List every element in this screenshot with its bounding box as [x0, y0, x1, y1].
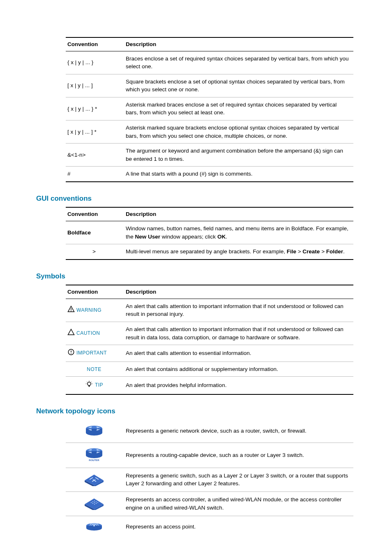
- table-row: Represents an access controller, a unifi…: [66, 492, 353, 516]
- svg-point-22: [94, 501, 95, 501]
- col-convention: Convention: [66, 285, 124, 299]
- table-row: Boldface Window names, button names, fie…: [66, 221, 353, 244]
- table-row: [ x | y | ... ] *Asterisk marked square …: [66, 120, 353, 143]
- important-icon: [67, 348, 75, 358]
- col-description: Description: [124, 37, 353, 51]
- svg-rect-18: [86, 451, 102, 455]
- svg-point-21: [92, 501, 93, 502]
- svg-point-4: [71, 353, 71, 354]
- gui-conventions-table: Convention Description Boldface Window n…: [66, 207, 353, 260]
- table-row: TIP An alert that provides helpful infor…: [66, 377, 353, 394]
- cell: Multi-level menus are separated by angle…: [124, 244, 353, 260]
- col-description: Description: [124, 285, 353, 299]
- topology-heading: Network topology icons: [36, 406, 356, 417]
- table-row: NOTE An alert that contains additional o…: [66, 362, 353, 377]
- table-row: { x | y | ... } *Asterisk marked braces …: [66, 97, 353, 120]
- col-convention: Convention: [66, 37, 124, 51]
- access-point-icon: [85, 519, 103, 533]
- topology-table: Represents a generic network device, suc…: [66, 419, 353, 533]
- syntax-conventions-table: Convention Description { x | y | ... }Br…: [66, 37, 353, 182]
- svg-point-24: [94, 502, 95, 503]
- col-description: Description: [124, 207, 353, 221]
- generic-device-icon: [85, 423, 104, 439]
- svg-point-28: [97, 502, 98, 503]
- table-row: ROUTER Represents a routing-capable devi…: [66, 443, 353, 468]
- router-icon: ROUTER: [85, 446, 104, 464]
- svg-line-12: [91, 382, 91, 382]
- table-row: Represents an access point.: [66, 516, 353, 533]
- svg-point-5: [88, 382, 91, 385]
- svg-point-27: [96, 503, 97, 504]
- svg-text:ROUTER: ROUTER: [89, 459, 99, 461]
- table-row: Represents a generic network device, suc…: [66, 419, 353, 443]
- table-row: IMPORTANT An alert that calls attention …: [66, 345, 353, 362]
- svg-rect-15: [86, 429, 102, 433]
- table-row: [ x | y | ... ]Square brackets enclose a…: [66, 74, 353, 97]
- caution-icon: [67, 329, 75, 338]
- symbols-table: Convention Description WARNING An alert …: [66, 285, 353, 395]
- gui-conventions-heading: GUI conventions: [36, 194, 356, 204]
- warning-icon: [67, 306, 75, 315]
- switch-icon: [84, 471, 104, 489]
- svg-line-11: [87, 382, 87, 382]
- table-row: #A line that starts with a pound (#) sig…: [66, 167, 353, 182]
- svg-point-1: [71, 310, 71, 311]
- tip-icon: [85, 380, 93, 391]
- table-row: Represents a generic switch, such as a L…: [66, 468, 353, 492]
- table-row: { x | y | ... }Braces enclose a set of r…: [66, 51, 353, 74]
- note-label: NOTE: [87, 366, 101, 372]
- symbols-heading: Symbols: [36, 271, 356, 282]
- table-row: WARNING An alert that calls attention to…: [66, 299, 353, 322]
- col-convention: Convention: [66, 207, 124, 221]
- svg-point-26: [94, 504, 95, 505]
- table-row: > Multi-level menus are separated by ang…: [66, 244, 353, 260]
- access-controller-icon: [84, 495, 104, 512]
- cell: Window names, button names, field names,…: [124, 221, 353, 244]
- svg-point-25: [96, 501, 97, 502]
- svg-point-20: [91, 502, 92, 503]
- table-row: CAUTION An alert that calls attention to…: [66, 322, 353, 345]
- svg-point-32: [93, 525, 95, 526]
- svg-point-23: [92, 503, 93, 504]
- table-row: &<1-n>The argument or keyword and argume…: [66, 144, 353, 167]
